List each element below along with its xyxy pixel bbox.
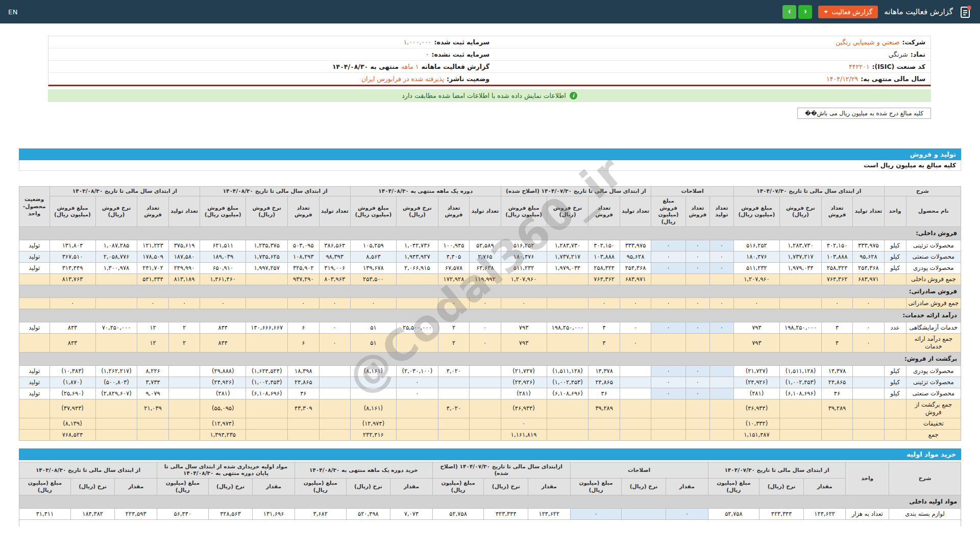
table-cell: ۱۲۴,۶۲۲ bbox=[528, 508, 571, 519]
table-cell: ۰ bbox=[350, 298, 396, 309]
column-group-header: از ابتدای سال مالی تا تاریخ ۱۴۰۴/۰۷/۳۰ bbox=[733, 187, 884, 196]
table-cell: ۱,۳۹۴,۲۳۵ bbox=[200, 429, 246, 440]
table-cell: ۱۴,۳۷۸ bbox=[821, 366, 852, 377]
table-cell: ۱۰۰,۹۴۵ bbox=[438, 240, 469, 251]
table-cell: ۶۸۳,۹۷۱ bbox=[620, 273, 651, 285]
row-label: لوازم بسته بندی bbox=[889, 508, 961, 519]
table-cell: ۴۱,۴۱۱ bbox=[19, 508, 71, 519]
report-type-dropdown[interactable]: گزارش فعالیت bbox=[818, 6, 878, 18]
table-cell: ۱۹۸,۲۵۰,۰۰۰ bbox=[547, 322, 589, 334]
table-cell bbox=[396, 334, 438, 353]
table-cell bbox=[246, 273, 288, 285]
table-cell bbox=[168, 366, 200, 377]
info-cell-report-period: گزارش فعالیت ماهانه ۱ ماهه منتهی به ۱۴۰۴… bbox=[54, 62, 489, 71]
table-cell: ۵۶,۴۴۰ bbox=[157, 508, 209, 519]
table-cell bbox=[547, 418, 589, 429]
table-cell: ۳,۷۳۴ bbox=[137, 377, 168, 388]
symbol-value: شرنگي bbox=[889, 50, 908, 59]
table-cell: ۲,۰۵۸,۷۷۶ bbox=[95, 251, 137, 262]
table-cell: ۰ bbox=[685, 366, 709, 377]
table-cell: ۰ bbox=[853, 334, 884, 353]
table-cell: ۷,۰۷۴ bbox=[390, 508, 433, 519]
table-cell: ۱۷۲,۹۲۸ bbox=[438, 273, 469, 285]
column-group-header: ازابتدای سال مالی تا تاریخ ۱۴۰۴/۰۷/۳۰ (ا… bbox=[432, 462, 570, 479]
table-cell bbox=[884, 429, 906, 440]
table-cell: ۰ bbox=[620, 334, 651, 353]
column-header: تعداد فروش bbox=[589, 196, 620, 227]
table-cell: (۱,۸۷۰) bbox=[50, 377, 95, 388]
table-cell: ۷۹۳ bbox=[501, 334, 547, 353]
section-row: درآمد ارائه خدمات: bbox=[19, 309, 961, 322]
column-header: واحد bbox=[884, 196, 906, 227]
section-row: مواد اولیه داخلی bbox=[19, 495, 961, 508]
table-cell: ۴,۰۲۰ bbox=[438, 399, 469, 418]
table-cell: ۰ bbox=[651, 251, 686, 262]
info-cell-company: شرکت: صنعتي و شيميايي رنگين bbox=[489, 38, 925, 46]
info-row: کد صنعت (ISIC): ۴۴۲۲۰۱ گزارش فعالیت ماها… bbox=[48, 61, 930, 73]
table-cell bbox=[884, 418, 906, 429]
previous-report-button[interactable]: ‹ bbox=[782, 5, 796, 19]
table-cell: ۱۱۹,۹۹۲ bbox=[470, 273, 501, 285]
table-cell bbox=[95, 273, 137, 285]
table-cell bbox=[470, 399, 501, 418]
report-icon[interactable] bbox=[959, 5, 972, 19]
table-cell: ۱,۹۷۹,۰۳۴ bbox=[779, 262, 821, 273]
production-sales-table: شرحاز ابتدای سال مالی تا تاریخ ۱۴۰۴/۰۷/۳… bbox=[19, 186, 961, 441]
table-cell: ۱,۲۰۷,۹۶۰ bbox=[733, 273, 779, 285]
table-cell: ۶۷,۵۷۸ bbox=[438, 262, 469, 273]
table-cell bbox=[651, 399, 686, 418]
table-cell: (۲۱,۷۲۷) bbox=[733, 366, 779, 377]
table-cell: ۰ bbox=[685, 377, 709, 388]
table-cell: ۶۸۳,۹۷۱ bbox=[853, 273, 884, 285]
total-row: جمع فروش صادراتی۰۰۰۰۰۰۰۰۰۰۰۰۰۰۰۰۰۰ bbox=[19, 298, 961, 309]
column-header: تعداد فروش bbox=[438, 196, 469, 227]
table-cell: ۰ bbox=[709, 322, 733, 334]
table-cell: (۸,۱۶۱) bbox=[350, 399, 396, 418]
table-cell bbox=[620, 399, 651, 418]
table-cell: ۱,۴۶۱,۴۶۰ bbox=[200, 273, 246, 285]
table-cell: ۲ bbox=[168, 334, 200, 353]
table-cell bbox=[438, 429, 469, 440]
table-cell bbox=[620, 429, 651, 440]
column-header: نرخ (ریال) bbox=[346, 479, 390, 495]
section-row: برگشت از فروش: bbox=[19, 353, 961, 366]
table-cell: ۶ bbox=[288, 322, 319, 334]
table-cell: ۰ bbox=[853, 298, 884, 309]
language-toggle[interactable]: EN bbox=[8, 8, 18, 16]
table-cell: تولید bbox=[19, 322, 50, 334]
table-cell: ۵۰۳,۰۹۵ bbox=[288, 240, 319, 251]
table-cell bbox=[853, 429, 884, 440]
isic-label: کد صنعت (ISIC): bbox=[872, 62, 925, 71]
table-cell bbox=[779, 298, 821, 309]
next-report-button[interactable]: › bbox=[798, 5, 812, 19]
table-cell: تعداد به هزار bbox=[846, 508, 889, 519]
table-cell bbox=[396, 298, 438, 309]
table-cell bbox=[547, 399, 589, 418]
info-row: سال مالی منتهی به: ۱۴۰۴/۱۲/۲۹ وضعیت ناشر… bbox=[48, 73, 930, 85]
column-header: مقدار bbox=[115, 479, 157, 495]
table-cell: ۰ bbox=[319, 322, 350, 334]
table-cell: ۴,۴۰۵ bbox=[438, 251, 469, 262]
table-cell: ۱۴۰,۶۶۶,۶۶۷ bbox=[246, 322, 288, 334]
table-cell: ۱,۱۵۱,۴۸۷ bbox=[733, 429, 779, 440]
table-cell: ۲,۷۶۵ bbox=[470, 251, 501, 262]
table-cell bbox=[168, 388, 200, 399]
table-cell: ۱۸۹,۰۳۹ bbox=[200, 251, 246, 262]
table-cell bbox=[651, 334, 686, 353]
table-cell: ۸,۵۶۳ bbox=[350, 251, 396, 262]
column-header: مقدار bbox=[528, 479, 571, 495]
table-cell: ۹,۰۷۹ bbox=[137, 388, 168, 399]
table-cell bbox=[19, 273, 50, 285]
table-cell: کیلو bbox=[884, 377, 906, 388]
table-cell: ۳۲۵,۹۰۲ bbox=[288, 262, 319, 273]
table-cell: (۵۰۰,۸۰۳) bbox=[95, 377, 137, 388]
table-cell: ۱۷۸,۵۰۹ bbox=[137, 251, 168, 262]
table-cell bbox=[95, 298, 137, 309]
table-cell: ۱,۷۳۷,۲۱۷ bbox=[547, 251, 589, 262]
column-header: تعداد تولید bbox=[853, 196, 884, 227]
table-cell: ۰ bbox=[620, 298, 651, 309]
info-row: نماد: شرنگي سرمایه ثبت نشده: ۰ bbox=[48, 48, 930, 61]
table-cell: (۱۰,۳۳۲) bbox=[733, 418, 779, 429]
table-cell: ۹۵,۶۲۸ bbox=[620, 251, 651, 262]
table-cell bbox=[246, 418, 288, 429]
